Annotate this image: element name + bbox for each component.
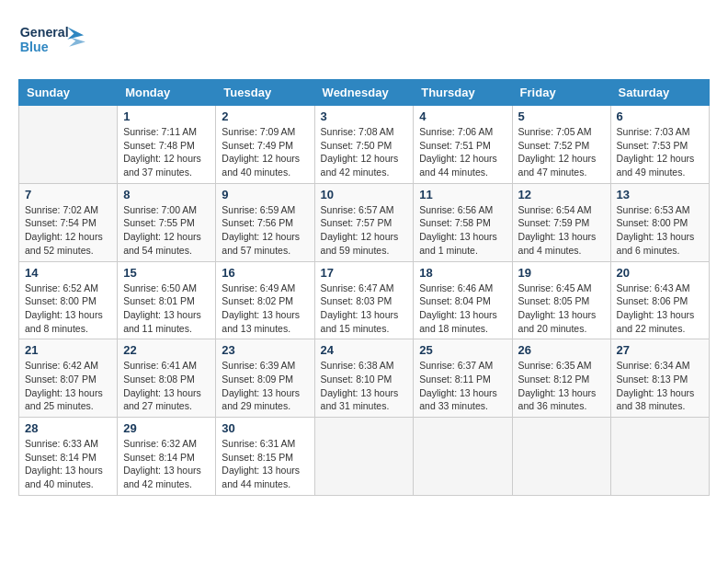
day-number: 21 [25,343,111,357]
calendar-cell [19,106,118,184]
calendar-cell: 29Sunrise: 6:32 AMSunset: 8:14 PMDayligh… [118,418,216,496]
calendar-cell: 28Sunrise: 6:33 AMSunset: 8:14 PMDayligh… [19,418,118,496]
calendar-cell: 16Sunrise: 6:49 AMSunset: 8:02 PMDayligh… [216,261,314,339]
calendar-cell: 8Sunrise: 7:00 AMSunset: 7:55 PMDaylight… [118,183,216,261]
svg-text:General: General [20,25,69,40]
day-number: 6 [617,109,703,123]
day-info: Sunrise: 6:32 AMSunset: 8:14 PMDaylight:… [123,437,210,491]
day-info: Sunrise: 6:37 AMSunset: 8:11 PMDaylight:… [419,359,506,413]
day-info: Sunrise: 6:31 AMSunset: 8:15 PMDaylight:… [222,437,308,491]
calendar-cell: 7Sunrise: 7:02 AMSunset: 7:54 PMDaylight… [19,183,118,261]
day-info: Sunrise: 7:08 AMSunset: 7:50 PMDaylight:… [321,125,408,179]
calendar-cell: 15Sunrise: 6:50 AMSunset: 8:01 PMDayligh… [118,261,216,339]
column-header-friday: Friday [512,80,610,106]
calendar-cell [414,418,512,496]
day-info: Sunrise: 7:09 AMSunset: 7:49 PMDaylight:… [222,125,308,179]
day-number: 22 [123,343,210,357]
calendar-cell: 10Sunrise: 6:57 AMSunset: 7:57 PMDayligh… [314,183,414,261]
day-info: Sunrise: 6:52 AMSunset: 8:00 PMDaylight:… [25,282,111,336]
svg-marker-2 [67,27,84,39]
calendar-cell: 20Sunrise: 6:43 AMSunset: 8:06 PMDayligh… [610,261,709,339]
calendar-cell: 6Sunrise: 7:03 AMSunset: 7:53 PMDaylight… [610,106,709,184]
day-info: Sunrise: 6:42 AMSunset: 8:07 PMDaylight:… [25,359,111,413]
calendar-week-1: 1Sunrise: 7:11 AMSunset: 7:48 PMDaylight… [19,106,710,184]
day-number: 20 [617,266,703,280]
calendar-cell: 13Sunrise: 6:53 AMSunset: 8:00 PMDayligh… [610,183,709,261]
calendar-week-5: 28Sunrise: 6:33 AMSunset: 8:14 PMDayligh… [19,418,710,496]
calendar-cell: 23Sunrise: 6:39 AMSunset: 8:09 PMDayligh… [216,339,314,418]
day-info: Sunrise: 6:34 AMSunset: 8:13 PMDaylight:… [617,359,703,413]
day-number: 15 [123,266,210,280]
day-info: Sunrise: 6:45 AMSunset: 8:05 PMDaylight:… [518,282,605,336]
column-header-thursday: Thursday [414,80,512,106]
day-number: 27 [617,343,703,357]
calendar-cell: 26Sunrise: 6:35 AMSunset: 8:12 PMDayligh… [512,339,610,418]
calendar-cell: 5Sunrise: 7:05 AMSunset: 7:52 PMDaylight… [512,106,610,184]
day-number: 2 [222,109,308,123]
calendar-header-row: SundayMondayTuesdayWednesdayThursdayFrid… [19,80,710,106]
day-info: Sunrise: 6:57 AMSunset: 7:57 PMDaylight:… [321,203,408,258]
calendar-cell: 19Sunrise: 6:45 AMSunset: 8:05 PMDayligh… [512,261,610,339]
calendar-cell: 1Sunrise: 7:11 AMSunset: 7:48 PMDaylight… [118,106,216,184]
calendar-cell [512,418,610,496]
day-info: Sunrise: 6:35 AMSunset: 8:12 PMDaylight:… [518,359,605,413]
calendar-cell: 25Sunrise: 6:37 AMSunset: 8:11 PMDayligh… [414,339,512,418]
day-info: Sunrise: 6:49 AMSunset: 8:02 PMDaylight:… [222,282,308,336]
day-number: 12 [518,188,605,201]
day-info: Sunrise: 6:43 AMSunset: 8:06 PMDaylight:… [617,282,703,336]
day-number: 26 [518,343,605,357]
day-number: 24 [321,343,408,357]
day-info: Sunrise: 7:06 AMSunset: 7:51 PMDaylight:… [419,125,506,179]
day-number: 8 [123,188,210,201]
day-info: Sunrise: 6:54 AMSunset: 7:59 PMDaylight:… [518,203,605,258]
day-number: 14 [25,266,111,280]
calendar-cell: 9Sunrise: 6:59 AMSunset: 7:56 PMDaylight… [216,183,314,261]
day-info: Sunrise: 6:38 AMSunset: 8:10 PMDaylight:… [321,359,408,413]
svg-text:Blue: Blue [20,40,49,54]
day-number: 23 [222,343,308,357]
calendar-table: SundayMondayTuesdayWednesdayThursdayFrid… [18,79,710,496]
day-info: Sunrise: 6:41 AMSunset: 8:08 PMDaylight:… [123,359,210,413]
day-number: 19 [518,266,605,280]
calendar-cell: 27Sunrise: 6:34 AMSunset: 8:13 PMDayligh… [610,339,709,418]
calendar-cell: 18Sunrise: 6:46 AMSunset: 8:04 PMDayligh… [414,261,512,339]
day-number: 16 [222,266,308,280]
calendar-cell: 22Sunrise: 6:41 AMSunset: 8:08 PMDayligh… [118,339,216,418]
day-number: 9 [222,188,308,201]
column-header-sunday: Sunday [19,80,118,106]
calendar-cell: 12Sunrise: 6:54 AMSunset: 7:59 PMDayligh… [512,183,610,261]
calendar-cell: 30Sunrise: 6:31 AMSunset: 8:15 PMDayligh… [216,418,314,496]
logo: General Blue [18,18,92,64]
calendar-cell [314,418,414,496]
day-info: Sunrise: 7:05 AMSunset: 7:52 PMDaylight:… [518,125,605,179]
day-info: Sunrise: 6:56 AMSunset: 7:58 PMDaylight:… [419,203,506,258]
day-number: 28 [25,421,111,435]
day-info: Sunrise: 6:39 AMSunset: 8:09 PMDaylight:… [222,359,308,413]
day-number: 3 [321,109,408,123]
day-info: Sunrise: 6:33 AMSunset: 8:14 PMDaylight:… [25,437,111,491]
calendar-cell: 11Sunrise: 6:56 AMSunset: 7:58 PMDayligh… [414,183,512,261]
day-number: 17 [321,266,408,280]
column-header-saturday: Saturday [610,80,709,106]
day-info: Sunrise: 6:53 AMSunset: 8:00 PMDaylight:… [617,203,703,258]
calendar-cell: 21Sunrise: 6:42 AMSunset: 8:07 PMDayligh… [19,339,118,418]
day-info: Sunrise: 6:59 AMSunset: 7:56 PMDaylight:… [222,203,308,258]
calendar-week-2: 7Sunrise: 7:02 AMSunset: 7:54 PMDaylight… [19,183,710,261]
day-number: 13 [617,188,703,201]
day-info: Sunrise: 6:50 AMSunset: 8:01 PMDaylight:… [123,282,210,336]
day-info: Sunrise: 6:46 AMSunset: 8:04 PMDaylight:… [419,282,506,336]
column-header-tuesday: Tuesday [216,80,314,106]
column-header-monday: Monday [118,80,216,106]
day-number: 30 [222,421,308,435]
column-header-wednesday: Wednesday [314,80,414,106]
day-number: 18 [419,266,506,280]
day-number: 1 [123,109,210,123]
calendar-cell: 4Sunrise: 7:06 AMSunset: 7:51 PMDaylight… [414,106,512,184]
calendar-cell: 17Sunrise: 6:47 AMSunset: 8:03 PMDayligh… [314,261,414,339]
day-number: 5 [518,109,605,123]
calendar-cell: 3Sunrise: 7:08 AMSunset: 7:50 PMDaylight… [314,106,414,184]
day-info: Sunrise: 7:02 AMSunset: 7:54 PMDaylight:… [25,203,111,258]
day-number: 10 [321,188,408,201]
day-number: 4 [419,109,506,123]
calendar-week-3: 14Sunrise: 6:52 AMSunset: 8:00 PMDayligh… [19,261,710,339]
